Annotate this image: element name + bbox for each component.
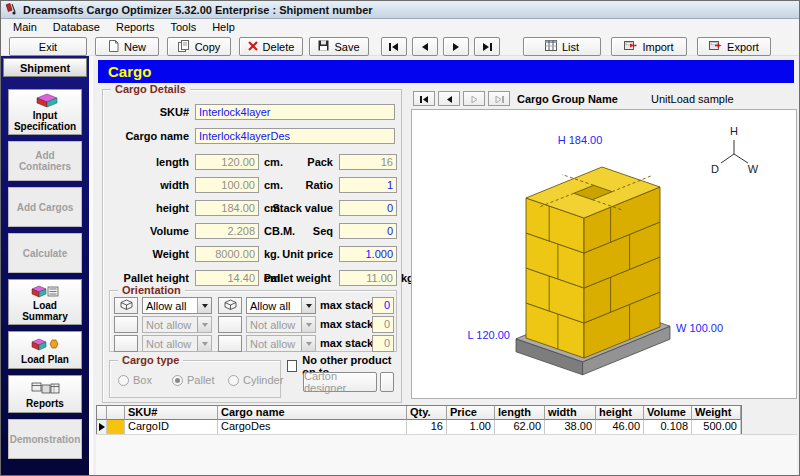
menu-tools[interactable]: Tools: [162, 21, 204, 33]
max-stack-label-1: max stack: [320, 299, 370, 311]
orientation-dropdown-3a: Not allow: [142, 335, 212, 352]
nav-next-button[interactable]: [443, 37, 469, 56]
orientation-box-button-3b: [218, 335, 242, 352]
col-weight: Weight: [692, 406, 741, 420]
exit-button[interactable]: Exit: [9, 37, 87, 56]
reports-icon: [30, 380, 60, 396]
h-dimension-label: H 184.00: [558, 134, 603, 146]
carton-designer-extra-button[interactable]: [380, 372, 394, 392]
sidebar: Shipment Input Specification Add Contain…: [1, 56, 89, 476]
cargo-type-legend: Cargo type: [118, 354, 183, 366]
col-length: length: [495, 406, 545, 420]
max-stack-label-3: max stack: [320, 337, 370, 349]
prev-record-icon: [446, 93, 453, 105]
load-summary-icon: [30, 282, 60, 298]
cell-length: 62.00: [495, 420, 545, 434]
first-record-icon: [420, 93, 429, 105]
volume-label: Volume: [150, 225, 189, 237]
sidebar-item-load-plan[interactable]: Load Plan: [8, 331, 82, 369]
cargo-group-name-value: UnitLoad sample: [651, 93, 734, 105]
cell-sku: CargoID: [125, 420, 218, 434]
unit-price-input[interactable]: 1.000: [339, 246, 397, 262]
col-qty: Qty.: [407, 406, 447, 420]
length-label: length: [156, 156, 189, 168]
ratio-label: Ratio: [306, 179, 334, 191]
page-title-bar: Cargo: [98, 60, 794, 83]
chevron-down-icon: [301, 336, 315, 351]
max-stack-input-2: 0: [372, 316, 394, 333]
cell-price: 1.00: [447, 420, 495, 434]
stack-value-label: Stack value: [272, 202, 333, 214]
export-button[interactable]: Export: [697, 37, 771, 56]
menu-reports[interactable]: Reports: [108, 21, 163, 33]
group-nav-first-button[interactable]: [413, 91, 435, 106]
group-nav-last-button: [488, 91, 510, 106]
sku-input[interactable]: Interlock4layer: [195, 104, 395, 120]
last-record-icon: [482, 43, 492, 51]
cargo-name-label: Cargo name: [125, 130, 189, 142]
sidebar-header-shipment: Shipment: [3, 58, 87, 77]
sidebar-item-add-cargos: Add Cargos: [8, 187, 82, 227]
max-stack-input-3: 0: [372, 335, 394, 352]
group-nav-prev-button[interactable]: [438, 91, 460, 106]
col-sku: SKU#: [125, 406, 218, 420]
length-input: 120.00: [195, 154, 259, 170]
orientation-dropdown-2a: Not allow: [142, 316, 212, 333]
pack-input: 16: [339, 154, 397, 170]
orientation-dropdown-2b: Not allow: [246, 316, 316, 333]
menu-bar: Main Database Reports Tools Help: [1, 19, 800, 34]
first-record-icon: [389, 43, 399, 51]
w-dimension-label: W 100.00: [676, 322, 723, 334]
volume-unit: CB.M.: [264, 225, 295, 237]
cargo-name-input[interactable]: Interlock4layerDes: [195, 128, 395, 144]
max-stack-input-1[interactable]: 0: [372, 297, 394, 314]
menu-help[interactable]: Help: [204, 21, 243, 33]
orientation-box-button-1a[interactable]: [114, 297, 138, 314]
import-icon: [624, 40, 637, 53]
orientation-dropdown-1a[interactable]: Allow all: [142, 297, 212, 314]
chevron-down-icon: [301, 298, 315, 313]
table-empty-area: [96, 434, 797, 476]
import-button[interactable]: Import: [611, 37, 687, 56]
delete-button[interactable]: Delete: [239, 37, 303, 56]
orientation-box-button-1b[interactable]: [218, 297, 242, 314]
sidebar-item-load-summary[interactable]: Load Summary: [8, 279, 82, 325]
sku-label: SKU#: [160, 106, 189, 118]
unitload-visualization: H 184.00 L 120.00 W 100.00 H D W: [411, 109, 797, 399]
new-button[interactable]: New: [95, 37, 159, 56]
copy-button[interactable]: Copy: [167, 37, 231, 56]
sidebar-item-input-specification[interactable]: Input Specification: [8, 89, 82, 135]
nav-last-button[interactable]: [474, 37, 500, 56]
pack-label: Pack: [307, 156, 333, 168]
cargo-details-group: Cargo Details SKU# Interlock4layer Cargo…: [102, 89, 402, 403]
copy-icon: [178, 40, 190, 54]
cube-icon: [120, 299, 133, 312]
chevron-down-icon: [197, 298, 211, 313]
max-stack-label-2: max stack: [320, 318, 370, 330]
save-button[interactable]: Save: [309, 37, 369, 56]
menu-database[interactable]: Database: [45, 21, 108, 33]
stack-value-input[interactable]: 0: [339, 200, 397, 216]
chevron-down-icon: [301, 317, 315, 332]
menu-main[interactable]: Main: [5, 21, 45, 33]
nav-prev-button[interactable]: [412, 37, 438, 56]
next-record-icon: [471, 93, 478, 105]
sidebar-item-demonstration: Demonstration: [8, 419, 82, 459]
sidebar-item-reports[interactable]: Reports: [8, 375, 82, 413]
weight-unit: kg.: [264, 248, 280, 260]
col-width: width: [545, 406, 596, 420]
cell-height: 46.00: [596, 420, 644, 434]
col-marker: [107, 406, 125, 420]
radio-circle-icon: [118, 375, 129, 386]
app-window: Dreamsofts Cargo Optimizer 5.32.00 Enter…: [0, 0, 800, 476]
width-input: 100.00: [195, 177, 259, 193]
l-dimension-label: L 120.00: [468, 329, 510, 341]
table-row[interactable]: CargoID CargoDes 16 1.00 62.00 38.00 46.…: [97, 420, 741, 434]
list-button[interactable]: List: [523, 37, 601, 56]
cell-weight: 500.00: [692, 420, 741, 434]
orientation-dropdown-1b[interactable]: Allow all: [246, 297, 316, 314]
nav-first-button[interactable]: [381, 37, 407, 56]
window-title: Dreamsofts Cargo Optimizer 5.32.00 Enter…: [23, 4, 373, 16]
seq-input[interactable]: 0: [339, 223, 397, 239]
ratio-input[interactable]: 1: [339, 177, 397, 193]
